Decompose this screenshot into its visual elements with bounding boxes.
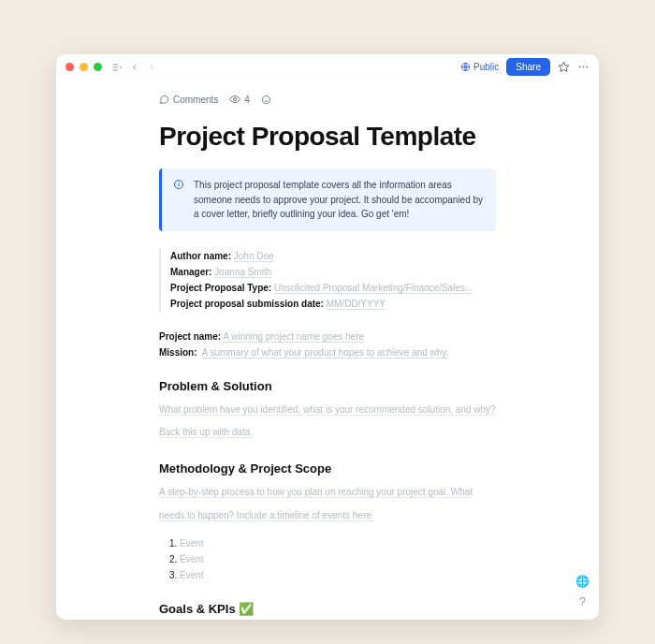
view-count: 4 xyxy=(244,95,250,105)
author-line: Author name: John Doe xyxy=(170,248,496,264)
list-item[interactable]: Event xyxy=(180,551,496,567)
mission-label: Mission: xyxy=(159,347,197,358)
svg-point-7 xyxy=(586,66,588,68)
mission-line[interactable]: Mission: A summary of what your product … xyxy=(159,344,496,360)
floating-actions: 🌐 ? xyxy=(575,575,590,608)
callout-text: This project proposal template covers al… xyxy=(194,178,485,222)
document-title[interactable]: Project Proposal Template xyxy=(159,122,496,152)
nav-controls xyxy=(111,62,156,73)
close-window-button[interactable] xyxy=(66,63,74,71)
method-text-wrap[interactable]: A step-by-step process to how you plan o… xyxy=(159,479,496,526)
svg-point-9 xyxy=(262,95,269,103)
svg-point-5 xyxy=(579,66,581,68)
manager-label: Manager: xyxy=(170,267,211,277)
method-text: A step-by-step process to how you plan o… xyxy=(159,487,473,521)
public-label: Public xyxy=(473,62,499,72)
nav-forward-icon[interactable] xyxy=(147,63,156,72)
author-placeholder[interactable]: John Doe xyxy=(234,251,274,262)
svg-point-6 xyxy=(583,66,585,68)
more-icon[interactable] xyxy=(577,61,590,73)
events-list[interactable]: Event Event Event xyxy=(159,535,496,583)
comments-button[interactable]: Comments xyxy=(159,95,218,105)
event-placeholder: Event xyxy=(180,570,204,580)
help-icon[interactable]: ? xyxy=(579,595,586,608)
nav-back-icon[interactable] xyxy=(130,63,139,72)
type-label: Project Proposal Type: xyxy=(170,283,271,293)
problem-heading[interactable]: Problem & Solution xyxy=(159,379,496,393)
problem-text-wrap[interactable]: What problem have you identified, what i… xyxy=(159,397,496,444)
titlebar: Public Share xyxy=(56,54,599,80)
date-line: Project proposal submission date: MM/DD/… xyxy=(170,296,496,312)
author-label: Author name: xyxy=(170,251,231,261)
event-placeholder: Event xyxy=(180,538,204,549)
sidebar-toggle-icon[interactable] xyxy=(111,62,123,73)
svg-point-8 xyxy=(234,98,237,101)
project-name-line[interactable]: Project name: A winning project name goe… xyxy=(159,329,496,344)
app-window: Public Share Comments 4 Proj xyxy=(56,54,599,620)
list-item[interactable]: Event xyxy=(180,567,496,583)
share-button[interactable]: Share xyxy=(506,58,550,76)
date-label: Project proposal submission date: xyxy=(170,299,324,309)
info-icon xyxy=(173,179,184,222)
svg-point-12 xyxy=(179,183,180,183)
method-heading[interactable]: Methodology & Project Scope xyxy=(159,461,496,476)
manager-placeholder[interactable]: Joanna Smith xyxy=(214,267,271,278)
problem-text: What problem have you identified, what i… xyxy=(159,404,496,439)
author-meta-block[interactable]: Author name: John Doe Manager: Joanna Sm… xyxy=(159,248,496,312)
type-placeholder[interactable]: Unsolicited Proposal Marketing/Finance/S… xyxy=(274,283,473,294)
minimize-window-button[interactable] xyxy=(80,63,88,71)
star-icon[interactable] xyxy=(558,61,570,73)
list-item[interactable]: Event xyxy=(180,535,496,551)
window-controls xyxy=(66,63,102,71)
date-placeholder[interactable]: MM/DD/YYYY xyxy=(327,299,386,310)
goals-heading[interactable]: Goals & KPIs ✅ xyxy=(159,602,496,616)
type-line: Project Proposal Type: Unsolicited Propo… xyxy=(170,280,496,296)
zoom-window-button[interactable] xyxy=(94,63,102,71)
reactions-button[interactable] xyxy=(261,95,271,105)
info-callout[interactable]: This project proposal template covers al… xyxy=(159,168,496,231)
event-placeholder: Event xyxy=(180,554,204,564)
comments-label: Comments xyxy=(173,95,218,105)
project-name-label: Project name: xyxy=(159,331,221,342)
project-name-placeholder[interactable]: A winning project name goes here xyxy=(223,331,364,343)
svg-marker-4 xyxy=(559,62,569,71)
mission-placeholder[interactable]: A summary of what your product hopes to … xyxy=(202,347,449,359)
views-indicator[interactable]: 4 xyxy=(229,94,250,105)
title-actions: Public Share xyxy=(460,58,590,76)
manager-line: Manager: Joanna Smith xyxy=(170,264,496,280)
public-button[interactable]: Public xyxy=(460,62,499,72)
document-content: Comments 4 Project Proposal Template Thi… xyxy=(56,80,599,620)
globe-icon[interactable]: 🌐 xyxy=(575,575,590,588)
doc-meta-row: Comments 4 xyxy=(159,94,496,105)
